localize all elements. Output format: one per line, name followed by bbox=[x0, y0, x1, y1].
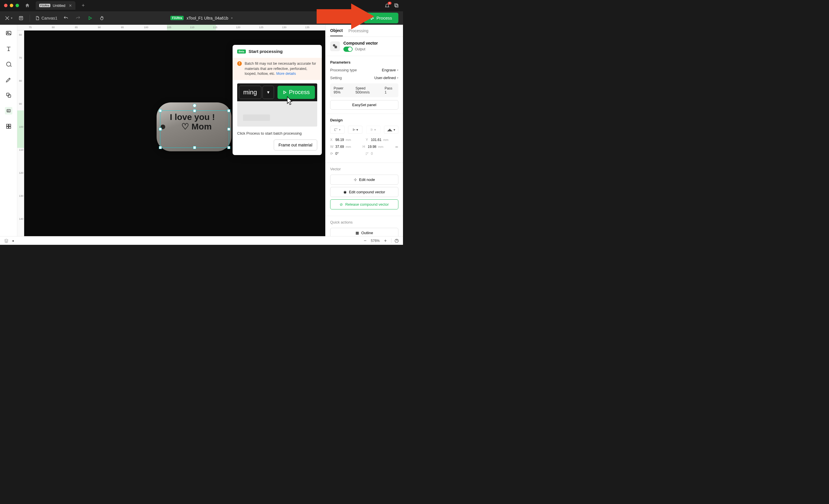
popup-warning: ! Batch fill may not be necessarily accu… bbox=[232, 58, 322, 80]
outline-button[interactable]: ▦Outline bbox=[330, 228, 398, 236]
svg-rect-2 bbox=[19, 16, 23, 20]
layers-icon[interactable] bbox=[4, 238, 9, 243]
svg-rect-11 bbox=[6, 126, 8, 128]
undo-icon[interactable] bbox=[63, 15, 69, 22]
svg-rect-6 bbox=[6, 93, 9, 96]
zoom-level[interactable]: 576% bbox=[371, 239, 380, 243]
dot-icon[interactable]: ● bbox=[12, 239, 14, 243]
statusbar: ● − 576% + bbox=[0, 236, 403, 245]
svg-rect-7 bbox=[8, 94, 11, 97]
selection-box[interactable] bbox=[160, 111, 229, 148]
output-toggle[interactable] bbox=[344, 47, 353, 52]
close-window[interactable] bbox=[4, 4, 7, 7]
svg-rect-12 bbox=[9, 126, 10, 128]
left-toolbar: ▸ bbox=[0, 25, 17, 236]
svg-rect-0 bbox=[395, 4, 397, 6]
zoom-out-button[interactable]: − bbox=[362, 238, 368, 244]
frame-material-button[interactable]: Frame out material bbox=[274, 140, 317, 150]
tab-title: Untitled bbox=[53, 3, 65, 8]
svg-rect-1 bbox=[396, 5, 398, 7]
notifications-button[interactable]: 5 bbox=[385, 3, 390, 8]
tab-badge: F1Ultra bbox=[39, 4, 50, 7]
text-tool-icon[interactable] bbox=[5, 45, 12, 52]
apps-tool-icon[interactable] bbox=[5, 122, 12, 130]
pen-tool-icon[interactable] bbox=[5, 76, 12, 83]
popup-instruction: Click Process to start batch processing bbox=[232, 130, 322, 140]
horizontal-ruler: 7580859095100105110115120125130135 bbox=[17, 25, 325, 31]
play-icon[interactable] bbox=[87, 15, 94, 22]
svg-rect-10 bbox=[9, 124, 10, 126]
zoom-in-button[interactable]: + bbox=[383, 238, 388, 244]
edit-node-button[interactable]: ⊹Edit node bbox=[330, 175, 398, 185]
setting-field[interactable]: Setting User-defined▾ bbox=[330, 76, 398, 80]
device-selector[interactable]: F1Ultra xTool_F1 Ultra_04a61b ▾ bbox=[170, 16, 232, 21]
more-details-link[interactable]: More details bbox=[276, 72, 296, 76]
beta-badge: Beta bbox=[237, 49, 246, 53]
main-toolbar: ▾ Canvas1 F1Ultra xTool_F1 Ultra_04a61b … bbox=[0, 11, 403, 25]
notification-badge: 5 bbox=[388, 2, 392, 5]
compound-vector-icon bbox=[330, 41, 340, 51]
release-compound-button[interactable]: ⊘Release compound vector bbox=[330, 199, 398, 209]
process-button[interactable]: Process bbox=[364, 13, 398, 23]
popup-illustration: ming ▾ Process bbox=[237, 83, 317, 126]
tab-object[interactable]: Object bbox=[330, 25, 343, 36]
document-tab[interactable]: F1Ultra Untitled ✕ bbox=[36, 1, 75, 10]
shape-tool-icon[interactable]: ▸ bbox=[5, 61, 12, 68]
image-tool-icon[interactable] bbox=[5, 29, 12, 37]
mirror-btn[interactable]: ◢◣ ▾ bbox=[384, 126, 398, 134]
add-tab-button[interactable]: + bbox=[79, 2, 87, 9]
redo-icon[interactable] bbox=[75, 15, 81, 22]
ai-tool-icon[interactable] bbox=[5, 107, 12, 115]
titlebar: F1Ultra Untitled ✕ + 5 bbox=[0, 0, 403, 11]
minimize-window[interactable] bbox=[10, 4, 13, 7]
tab-processing[interactable]: Processing bbox=[349, 26, 368, 36]
align-btn-3[interactable]: ⊪ ▾ bbox=[366, 126, 381, 134]
hand-tool-icon[interactable] bbox=[99, 15, 106, 22]
maximize-window[interactable] bbox=[15, 4, 19, 7]
svg-point-5 bbox=[6, 62, 11, 67]
lock-aspect-icon[interactable]: ⫘ bbox=[395, 145, 398, 149]
svg-rect-14 bbox=[334, 46, 337, 48]
windows-icon[interactable] bbox=[394, 3, 399, 8]
svg-rect-8 bbox=[7, 110, 10, 112]
cursor-icon bbox=[284, 96, 294, 107]
edit-compound-button[interactable]: ◉Edit compound vector bbox=[330, 187, 398, 197]
home-button[interactable] bbox=[24, 2, 31, 9]
svg-rect-9 bbox=[6, 124, 8, 126]
easyset-button[interactable]: EasySet panel bbox=[330, 100, 398, 110]
vertical-ruler: 60708090100110120130140 bbox=[17, 31, 24, 236]
duplicate-tool-icon[interactable] bbox=[5, 91, 12, 99]
save-icon[interactable] bbox=[17, 15, 25, 22]
app-menu[interactable]: ▾ bbox=[5, 15, 12, 21]
processing-type-field[interactable]: Processing type Engrave▾ bbox=[330, 68, 398, 72]
warning-icon: ! bbox=[237, 61, 242, 66]
window-controls bbox=[4, 4, 19, 7]
align-btn-2[interactable]: ⊫ ▾ bbox=[348, 126, 362, 134]
help-icon[interactable] bbox=[394, 238, 399, 243]
params-summary: Power 95% Speed 500mm/s Pass 1 bbox=[330, 83, 398, 97]
canvas-area: 7580859095100105110115120125130135 60708… bbox=[17, 25, 325, 236]
object-type-label: Compound vector bbox=[344, 41, 398, 45]
canvas-selector[interactable]: Canvas1 bbox=[35, 16, 57, 21]
popup-title: Start processing bbox=[249, 49, 283, 54]
align-btn-1[interactable]: ⫍ ▾ bbox=[330, 126, 345, 134]
processing-popup: Beta Start processing ! Batch fill may n… bbox=[232, 45, 322, 155]
close-tab-icon[interactable]: ✕ bbox=[69, 3, 72, 8]
properties-panel: Object Processing Compound vector Output… bbox=[325, 25, 403, 236]
